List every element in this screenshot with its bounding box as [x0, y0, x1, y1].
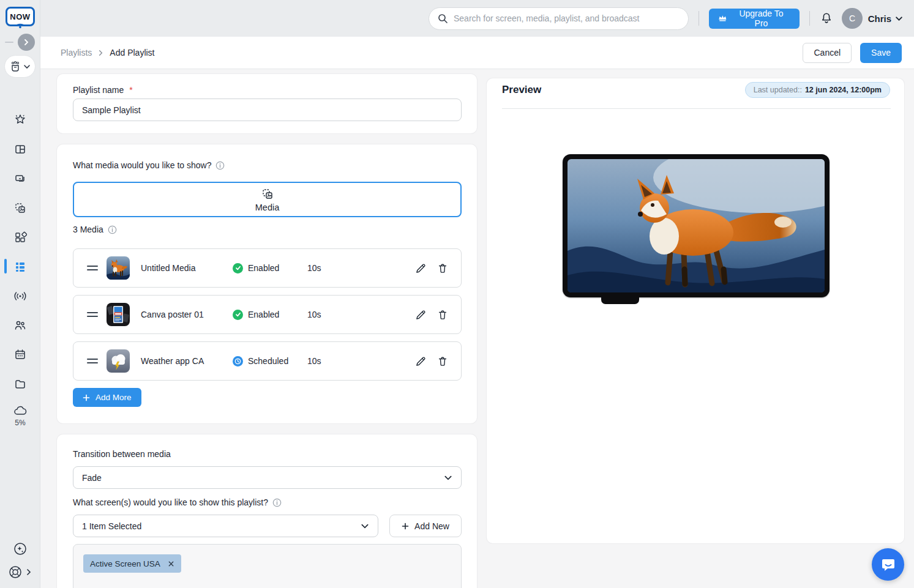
info-icon[interactable] — [215, 161, 225, 170]
drag-handle-icon[interactable] — [87, 266, 98, 270]
media-name: Untitled Media — [141, 263, 233, 273]
sidebar-item-folders[interactable] — [0, 370, 40, 399]
edit-button[interactable] — [414, 262, 427, 275]
workspace-switcher[interactable] — [4, 55, 36, 78]
info-icon[interactable] — [108, 225, 117, 234]
add-more-label: Add More — [96, 393, 132, 402]
layout-icon — [13, 143, 27, 156]
divider — [699, 11, 699, 26]
notifications-button[interactable] — [820, 12, 833, 25]
media-name: Weather app CA — [141, 356, 233, 366]
group-icon — [9, 61, 21, 73]
delete-icon — [437, 262, 448, 274]
clock-icon — [234, 358, 241, 365]
avatar[interactable]: C — [842, 8, 862, 29]
sidebar-expand-button[interactable] — [18, 34, 35, 51]
upgrade-to-pro-button[interactable]: Upgrade To Pro — [709, 9, 800, 29]
playlist-name-card: Playlist name* — [57, 74, 477, 133]
sparkle-icon — [13, 113, 27, 127]
status-label: Scheduled — [248, 356, 288, 366]
chevron-down-icon — [895, 15, 903, 23]
sidebar-item-media[interactable] — [0, 193, 40, 223]
add-new-screen-button[interactable]: Add New — [389, 515, 462, 537]
status-badge: Scheduled — [233, 356, 307, 367]
required-mark: * — [129, 85, 132, 95]
sidebar-item-users[interactable] — [0, 311, 40, 340]
media-thumbnail-poster — [107, 303, 130, 326]
sidebar-item-storage[interactable] — [0, 399, 40, 423]
edit-button[interactable] — [414, 355, 427, 368]
breadcrumb: Playlists Add Playlist — [61, 48, 155, 58]
screen-mockup-stand — [601, 296, 639, 304]
playlist-name-input[interactable] — [73, 99, 462, 121]
info-icon[interactable] — [272, 498, 282, 507]
sidebar-item-apps[interactable] — [0, 223, 40, 252]
chevron-right-icon — [23, 39, 30, 46]
screens-question-label: What screen(s) would you like to show th… — [73, 497, 282, 507]
search-input[interactable] — [454, 13, 680, 23]
divider — [502, 108, 891, 109]
transition-select[interactable]: Fade — [73, 466, 462, 489]
plus-icon — [83, 394, 90, 401]
chevron-down-icon — [23, 63, 31, 70]
media-icon — [13, 201, 27, 215]
delete-button[interactable] — [436, 262, 449, 275]
delete-icon — [437, 309, 448, 321]
sidebar-item-layouts[interactable] — [0, 135, 40, 164]
check-icon — [235, 311, 241, 318]
add-more-button[interactable]: Add More — [73, 388, 141, 407]
drag-handle-icon[interactable] — [87, 312, 98, 317]
delete-button[interactable] — [436, 308, 449, 321]
chevron-down-icon — [444, 474, 452, 482]
settings-card: Transition between media Fade What scree… — [57, 434, 477, 588]
media-button-label: Media — [255, 203, 280, 212]
edit-icon — [415, 262, 427, 274]
rail-divider — [5, 42, 13, 43]
breadcrumb-playlists[interactable]: Playlists — [61, 48, 92, 58]
whats-new-icon — [13, 541, 28, 556]
sidebar-item-playlists[interactable] — [0, 252, 40, 281]
edit-button[interactable] — [414, 308, 427, 321]
transition-label: Transition between media — [73, 449, 171, 459]
status-badge: Enabled — [233, 310, 307, 320]
playlists-icon — [13, 260, 27, 274]
media-type-button[interactable]: Media — [73, 182, 462, 217]
media-thumbnail-weather — [107, 349, 130, 373]
close-icon[interactable] — [168, 560, 174, 567]
sidebar-item-whats-new[interactable] — [13, 541, 28, 556]
last-updated-badge: Last updated:: 12 jun 2024, 12:00pm — [745, 82, 890, 98]
upgrade-label: Upgrade To Pro — [732, 9, 791, 28]
breadcrumb-current: Add Playlist — [110, 48, 154, 58]
help-icon — [8, 565, 23, 579]
chevron-right-icon — [97, 50, 104, 56]
cloud-icon — [13, 405, 28, 417]
media-row: Untitled Media Enabled 10s — [73, 248, 462, 288]
media-list: Untitled Media Enabled 10s Canva poster … — [73, 248, 462, 388]
top-bar: Upgrade To Pro C Chris — [40, 0, 914, 37]
delete-button[interactable] — [436, 355, 449, 368]
media-duration: 10s — [307, 310, 366, 319]
save-button[interactable]: Save — [860, 43, 902, 63]
cancel-button[interactable]: Cancel — [803, 43, 852, 63]
sidebar-item-schedule[interactable] — [0, 340, 40, 370]
app-logo[interactable]: NOW — [6, 7, 35, 26]
chat-button[interactable] — [872, 548, 904, 581]
preview-screen-content — [568, 159, 825, 292]
chevron-down-icon — [361, 522, 369, 530]
screens-select[interactable]: 1 Item Selected — [73, 515, 378, 537]
global-search[interactable] — [429, 7, 689, 30]
sidebar-item-broadcast[interactable] — [0, 281, 40, 311]
users-icon — [13, 319, 27, 332]
sidebar-item-sparkles[interactable] — [0, 105, 40, 135]
fox-photo — [568, 159, 825, 292]
media-count-label: 3 Media — [73, 225, 117, 234]
crown-icon — [718, 14, 727, 23]
media-duration: 10s — [307, 356, 366, 366]
transition-value: Fade — [82, 473, 102, 483]
selected-screens-box: Active Screen USA — [73, 544, 462, 588]
media-duration: 10s — [307, 263, 366, 273]
sidebar-item-screens[interactable] — [0, 164, 40, 193]
drag-handle-icon[interactable] — [87, 359, 98, 363]
user-menu[interactable]: Chris — [868, 13, 903, 24]
sidebar-item-help[interactable] — [8, 565, 32, 579]
